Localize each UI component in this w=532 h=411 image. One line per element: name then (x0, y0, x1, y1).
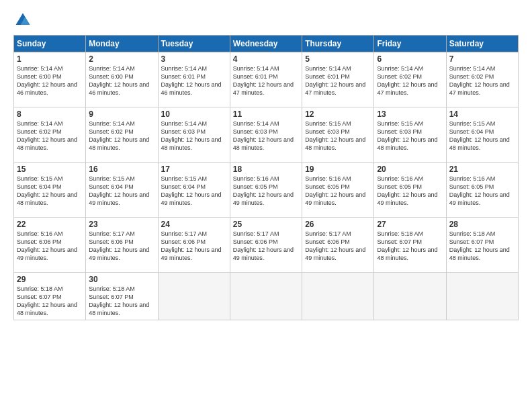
calendar-week-row: 15Sunrise: 5:15 AMSunset: 6:04 PMDayligh… (14, 163, 519, 218)
weekday-header: Thursday (302, 36, 374, 52)
day-info: Sunrise: 5:16 AMSunset: 6:05 PMDaylight:… (233, 175, 299, 208)
day-info: Sunrise: 5:16 AMSunset: 6:05 PMDaylight:… (305, 175, 371, 208)
calendar-day-cell: 1Sunrise: 5:14 AMSunset: 6:00 PMDaylight… (14, 52, 86, 107)
day-number: 24 (161, 220, 227, 229)
header-row: SundayMondayTuesdayWednesdayThursdayFrid… (14, 36, 519, 52)
day-info: Sunrise: 5:18 AMSunset: 6:07 PMDaylight:… (449, 230, 515, 263)
calendar-day-cell: 26Sunrise: 5:17 AMSunset: 6:06 PMDayligh… (302, 218, 374, 273)
calendar-day-cell: 22Sunrise: 5:16 AMSunset: 6:06 PMDayligh… (14, 218, 86, 273)
calendar-header: SundayMondayTuesdayWednesdayThursdayFrid… (14, 36, 519, 52)
calendar-body: 1Sunrise: 5:14 AMSunset: 6:00 PMDaylight… (14, 52, 519, 320)
calendar-week-row: 1Sunrise: 5:14 AMSunset: 6:00 PMDaylight… (14, 52, 519, 107)
calendar-day-cell: 3Sunrise: 5:14 AMSunset: 6:01 PMDaylight… (158, 52, 230, 107)
calendar-day-cell: 19Sunrise: 5:16 AMSunset: 6:05 PMDayligh… (302, 163, 374, 218)
day-info: Sunrise: 5:14 AMSunset: 6:02 PMDaylight:… (89, 120, 154, 152)
calendar-day-cell: 14Sunrise: 5:15 AMSunset: 6:04 PMDayligh… (446, 107, 518, 163)
day-info: Sunrise: 5:14 AMSunset: 6:02 PMDaylight:… (377, 64, 443, 97)
calendar-day-cell: 8Sunrise: 5:14 AMSunset: 6:02 PMDaylight… (14, 107, 86, 163)
day-info: Sunrise: 5:17 AMSunset: 6:06 PMDaylight:… (89, 230, 154, 263)
day-info: Sunrise: 5:15 AMSunset: 6:04 PMDaylight:… (17, 175, 83, 208)
day-info: Sunrise: 5:18 AMSunset: 6:07 PMDaylight:… (89, 285, 154, 318)
day-number: 1 (17, 54, 83, 64)
day-number: 13 (377, 109, 443, 119)
calendar-day-cell: 9Sunrise: 5:14 AMSunset: 6:02 PMDaylight… (86, 107, 158, 163)
calendar-day-cell: 15Sunrise: 5:15 AMSunset: 6:04 PMDayligh… (14, 163, 86, 218)
calendar-day-cell: 29Sunrise: 5:18 AMSunset: 6:07 PMDayligh… (14, 273, 86, 320)
day-number: 15 (17, 165, 83, 174)
day-number: 27 (377, 220, 443, 229)
day-info: Sunrise: 5:17 AMSunset: 6:06 PMDaylight:… (233, 230, 299, 263)
calendar-day-cell: 6Sunrise: 5:14 AMSunset: 6:02 PMDaylight… (374, 52, 446, 107)
calendar-day-cell: 10Sunrise: 5:14 AMSunset: 6:03 PMDayligh… (158, 107, 230, 163)
day-info: Sunrise: 5:14 AMSunset: 6:01 PMDaylight:… (161, 64, 227, 97)
weekday-header: Wednesday (230, 36, 302, 52)
day-number: 29 (17, 275, 83, 284)
day-info: Sunrise: 5:15 AMSunset: 6:03 PMDaylight:… (305, 120, 371, 152)
calendar-day-cell: 2Sunrise: 5:14 AMSunset: 6:00 PMDaylight… (86, 52, 158, 107)
weekday-header: Saturday (446, 36, 518, 52)
weekday-header: Tuesday (158, 36, 230, 52)
day-info: Sunrise: 5:15 AMSunset: 6:04 PMDaylight:… (89, 175, 154, 208)
calendar-day-cell: 25Sunrise: 5:17 AMSunset: 6:06 PMDayligh… (230, 218, 302, 273)
calendar-day-cell: 4Sunrise: 5:14 AMSunset: 6:01 PMDaylight… (230, 52, 302, 107)
day-info: Sunrise: 5:16 AMSunset: 6:05 PMDaylight:… (377, 175, 443, 208)
logo-icon (13, 11, 32, 30)
calendar-day-cell: 27Sunrise: 5:18 AMSunset: 6:07 PMDayligh… (374, 218, 446, 273)
calendar-day-cell: 16Sunrise: 5:15 AMSunset: 6:04 PMDayligh… (86, 163, 158, 218)
logo (13, 11, 35, 30)
day-info: Sunrise: 5:14 AMSunset: 6:00 PMDaylight:… (89, 64, 154, 97)
day-number: 26 (305, 220, 371, 229)
day-number: 8 (17, 109, 83, 119)
calendar-week-row: 29Sunrise: 5:18 AMSunset: 6:07 PMDayligh… (14, 273, 519, 320)
day-info: Sunrise: 5:14 AMSunset: 6:02 PMDaylight:… (449, 64, 515, 97)
weekday-header: Friday (374, 36, 446, 52)
day-number: 7 (449, 54, 515, 64)
day-number: 19 (305, 165, 371, 174)
calendar-day-cell: 17Sunrise: 5:15 AMSunset: 6:04 PMDayligh… (158, 163, 230, 218)
day-number: 22 (17, 220, 83, 229)
weekday-header: Monday (86, 36, 158, 52)
day-number: 10 (161, 109, 227, 119)
day-number: 23 (89, 220, 154, 229)
day-info: Sunrise: 5:17 AMSunset: 6:06 PMDaylight:… (305, 230, 371, 263)
day-number: 18 (233, 165, 299, 174)
calendar-table: SundayMondayTuesdayWednesdayThursdayFrid… (13, 35, 519, 320)
calendar-day-cell (446, 273, 518, 320)
calendar-day-cell: 30Sunrise: 5:18 AMSunset: 6:07 PMDayligh… (86, 273, 158, 320)
day-info: Sunrise: 5:18 AMSunset: 6:07 PMDaylight:… (377, 230, 443, 263)
calendar-day-cell (302, 273, 374, 320)
day-number: 16 (89, 165, 154, 174)
day-number: 28 (449, 220, 515, 229)
calendar-week-row: 22Sunrise: 5:16 AMSunset: 6:06 PMDayligh… (14, 218, 519, 273)
day-number: 25 (233, 220, 299, 229)
day-info: Sunrise: 5:15 AMSunset: 6:03 PMDaylight:… (377, 120, 443, 152)
day-number: 12 (305, 109, 371, 119)
calendar-day-cell: 11Sunrise: 5:14 AMSunset: 6:03 PMDayligh… (230, 107, 302, 163)
calendar-day-cell: 13Sunrise: 5:15 AMSunset: 6:03 PMDayligh… (374, 107, 446, 163)
day-number: 4 (233, 54, 299, 64)
calendar-day-cell: 24Sunrise: 5:17 AMSunset: 6:06 PMDayligh… (158, 218, 230, 273)
page: SundayMondayTuesdayWednesdayThursdayFrid… (0, 0, 532, 411)
day-info: Sunrise: 5:14 AMSunset: 6:03 PMDaylight:… (161, 120, 227, 152)
calendar-day-cell (374, 273, 446, 320)
calendar-day-cell: 21Sunrise: 5:16 AMSunset: 6:05 PMDayligh… (446, 163, 518, 218)
calendar-day-cell: 28Sunrise: 5:18 AMSunset: 6:07 PMDayligh… (446, 218, 518, 273)
day-number: 5 (305, 54, 371, 64)
day-info: Sunrise: 5:14 AMSunset: 6:01 PMDaylight:… (233, 64, 299, 97)
day-info: Sunrise: 5:17 AMSunset: 6:06 PMDaylight:… (161, 230, 227, 263)
day-info: Sunrise: 5:14 AMSunset: 6:01 PMDaylight:… (305, 64, 371, 97)
calendar-day-cell: 7Sunrise: 5:14 AMSunset: 6:02 PMDaylight… (446, 52, 518, 107)
day-info: Sunrise: 5:14 AMSunset: 6:00 PMDaylight:… (17, 64, 83, 97)
calendar-day-cell: 20Sunrise: 5:16 AMSunset: 6:05 PMDayligh… (374, 163, 446, 218)
calendar-week-row: 8Sunrise: 5:14 AMSunset: 6:02 PMDaylight… (14, 107, 519, 163)
day-info: Sunrise: 5:18 AMSunset: 6:07 PMDaylight:… (17, 285, 83, 318)
header (13, 11, 519, 30)
day-number: 14 (449, 109, 515, 119)
day-number: 2 (89, 54, 154, 64)
day-number: 9 (89, 109, 154, 119)
calendar-day-cell: 23Sunrise: 5:17 AMSunset: 6:06 PMDayligh… (86, 218, 158, 273)
calendar-day-cell: 12Sunrise: 5:15 AMSunset: 6:03 PMDayligh… (302, 107, 374, 163)
calendar-day-cell (230, 273, 302, 320)
day-info: Sunrise: 5:14 AMSunset: 6:03 PMDaylight:… (233, 120, 299, 152)
day-number: 6 (377, 54, 443, 64)
